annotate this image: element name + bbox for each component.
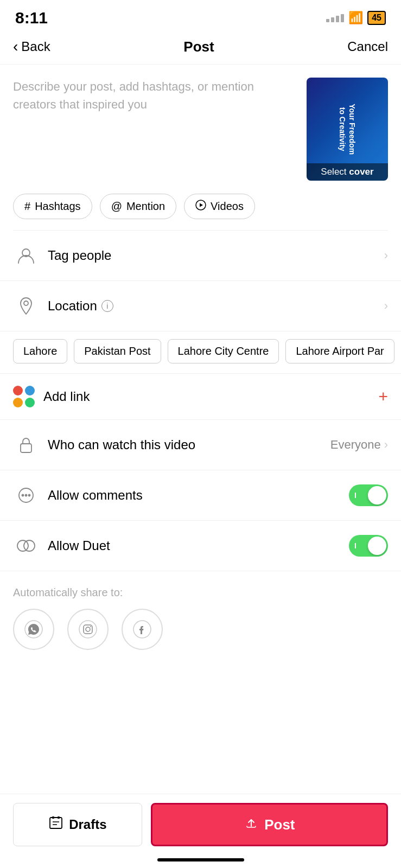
status-time: 8:11 xyxy=(15,9,48,27)
cancel-button[interactable]: Cancel xyxy=(347,39,388,54)
description-area: Describe your post, add hashtags, or men… xyxy=(0,65,401,189)
allow-comments-label: Allow comments xyxy=(48,488,349,503)
tag-people-icon xyxy=(13,242,39,269)
wifi-icon: 📶 xyxy=(348,11,363,25)
dot-red-icon xyxy=(13,386,23,395)
select-word: Select xyxy=(321,167,349,177)
add-link-plus-icon: + xyxy=(378,387,388,406)
chip-lahore-city-centre[interactable]: Lahore City Centre xyxy=(168,339,279,363)
drafts-label: Drafts xyxy=(69,817,106,832)
chip-lahore[interactable]: Lahore xyxy=(13,339,67,363)
videos-button[interactable]: Videos xyxy=(184,194,255,219)
battery-indicator: 45 xyxy=(367,11,386,25)
select-cover-label[interactable]: Select cover xyxy=(307,163,388,181)
add-link-row[interactable]: Add link + xyxy=(0,374,401,420)
hashtags-button[interactable]: # Hashtags xyxy=(13,194,92,219)
header: ‹ Back Post Cancel xyxy=(0,33,401,65)
toggle-duet-thumb xyxy=(368,537,386,555)
tag-people-right: › xyxy=(384,248,388,263)
location-row[interactable]: Location i › xyxy=(0,281,401,331)
svg-point-7 xyxy=(26,495,27,496)
mention-icon: @ xyxy=(111,200,122,213)
who-can-watch-value: Everyone xyxy=(330,438,381,452)
location-chevron-icon: › xyxy=(384,299,388,313)
description-input[interactable]: Describe your post, add hashtags, or men… xyxy=(13,78,298,181)
post-icon xyxy=(244,815,259,834)
post-label: Post xyxy=(264,816,295,833)
comments-icon xyxy=(13,482,39,508)
whatsapp-button[interactable] xyxy=(13,609,54,650)
svg-rect-17 xyxy=(50,818,62,828)
toggle-comments-thumb xyxy=(368,486,386,505)
location-chips: Lahore Pakistan Post Lahore City Centre … xyxy=(0,331,401,374)
svg-rect-4 xyxy=(21,444,31,452)
cover-word: cover xyxy=(349,167,373,177)
home-indicator xyxy=(157,858,244,861)
cover-thumbnail[interactable]: Your Freedomto Creativity Select cover xyxy=(307,78,388,181)
location-text: Location xyxy=(48,298,97,314)
instagram-button[interactable] xyxy=(67,609,109,650)
auto-share-section: Automatically share to: xyxy=(0,571,401,658)
allow-duet-label: Allow Duet xyxy=(48,538,349,553)
who-can-watch-label: Who can watch this video xyxy=(48,437,330,452)
bottom-bar: Drafts Post xyxy=(0,794,401,868)
allow-duet-row: Allow Duet I xyxy=(0,521,401,571)
signal-icon xyxy=(326,14,344,22)
tag-people-chevron-icon: › xyxy=(384,248,388,263)
svg-point-15 xyxy=(90,626,91,627)
post-button[interactable]: Post xyxy=(151,803,388,846)
toggle-duet-label: I xyxy=(354,541,357,550)
location-label: Location i xyxy=(48,298,384,314)
hashtag-icon: # xyxy=(24,200,30,213)
svg-point-6 xyxy=(22,495,24,496)
who-can-watch-chevron-icon: › xyxy=(384,438,388,452)
toggle-comments-label: I xyxy=(354,491,357,500)
location-right: › xyxy=(384,299,388,313)
who-can-watch-row[interactable]: Who can watch this video Everyone › xyxy=(0,420,401,470)
status-icons: 📶 45 xyxy=(326,11,386,25)
drafts-button[interactable]: Drafts xyxy=(13,803,142,846)
tag-buttons-row: # Hashtags @ Mention Videos xyxy=(0,189,401,230)
location-info-icon: i xyxy=(101,300,113,312)
add-link-label: Add link xyxy=(43,389,378,404)
mention-label: Mention xyxy=(126,200,165,213)
location-icon xyxy=(13,293,39,319)
page-title: Post xyxy=(183,39,214,55)
dot-blue-icon xyxy=(25,386,35,395)
svg-marker-1 xyxy=(200,203,203,207)
svg-point-14 xyxy=(86,627,90,631)
back-button[interactable]: ‹ Back xyxy=(13,38,50,55)
svg-point-3 xyxy=(24,301,28,305)
svg-point-12 xyxy=(79,621,97,638)
svg-point-10 xyxy=(24,540,35,551)
location-label-group: Location i xyxy=(48,298,384,314)
play-icon xyxy=(195,200,206,213)
tag-people-row[interactable]: Tag people › xyxy=(0,231,401,281)
hashtags-label: Hashtags xyxy=(35,200,81,213)
back-chevron-icon: ‹ xyxy=(13,38,18,55)
thumbnail-text: Your Freedomto Creativity xyxy=(333,99,361,159)
chip-pakistan-post[interactable]: Pakistan Post xyxy=(74,339,161,363)
facebook-button[interactable] xyxy=(122,609,163,650)
mention-button[interactable]: @ Mention xyxy=(100,194,176,219)
chip-lahore-airport[interactable]: Lahore Airport Par xyxy=(285,339,394,363)
add-link-dots-icon xyxy=(13,386,35,407)
dot-yellow-icon xyxy=(13,398,23,407)
svg-rect-18 xyxy=(52,816,54,819)
back-label: Back xyxy=(21,39,50,54)
drafts-icon xyxy=(48,815,63,834)
svg-rect-19 xyxy=(58,816,60,819)
allow-comments-row: Allow comments I xyxy=(0,470,401,521)
svg-point-8 xyxy=(29,495,30,496)
videos-label: Videos xyxy=(211,200,244,213)
status-bar: 8:11 📶 45 xyxy=(0,0,401,33)
allow-duet-toggle[interactable]: I xyxy=(349,535,388,557)
bottom-spacer xyxy=(0,658,401,728)
tag-people-label: Tag people xyxy=(48,248,384,263)
duet-icon xyxy=(13,533,39,559)
dot-green-icon xyxy=(25,398,35,407)
who-can-watch-right: Everyone › xyxy=(330,438,388,452)
auto-share-label: Automatically share to: xyxy=(13,586,388,599)
svg-point-9 xyxy=(17,540,28,551)
allow-comments-toggle[interactable]: I xyxy=(349,484,388,506)
